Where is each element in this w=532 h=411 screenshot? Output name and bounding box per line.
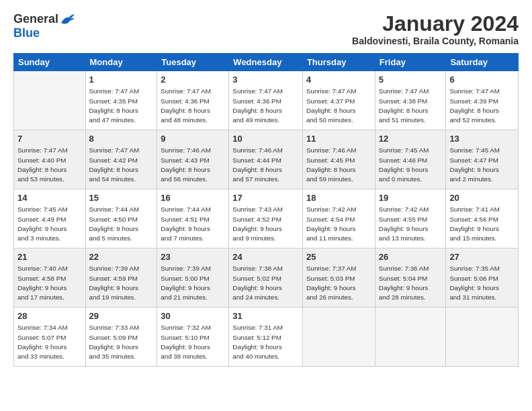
table-row: 30Sunrise: 7:32 AMSunset: 5:10 PMDayligh… xyxy=(157,308,229,367)
month-title: January 2024 xyxy=(352,12,519,36)
day-number: 24 xyxy=(232,251,299,263)
table-row: 13Sunrise: 7:45 AMSunset: 4:47 PMDayligh… xyxy=(446,130,519,189)
table-row: 5Sunrise: 7:47 AMSunset: 4:38 PMDaylight… xyxy=(375,71,446,130)
table-row: 28Sunrise: 7:34 AMSunset: 5:07 PMDayligh… xyxy=(14,308,86,367)
day-info: Sunrise: 7:38 AMSunset: 5:02 PMDaylight:… xyxy=(232,264,299,302)
day-number: 13 xyxy=(449,133,515,145)
table-row: 14Sunrise: 7:45 AMSunset: 4:49 PMDayligh… xyxy=(14,189,86,248)
header-monday: Monday xyxy=(85,54,157,71)
calendar: Sunday Monday Tuesday Wednesday Thursday… xyxy=(13,53,519,367)
header-tuesday: Tuesday xyxy=(157,54,229,71)
weekday-header-row: Sunday Monday Tuesday Wednesday Thursday… xyxy=(14,54,519,71)
day-number: 7 xyxy=(17,133,82,145)
day-number: 9 xyxy=(161,133,225,145)
day-info: Sunrise: 7:45 AMSunset: 4:47 PMDaylight:… xyxy=(449,146,515,184)
day-number: 25 xyxy=(306,251,371,263)
logo-general: General xyxy=(13,12,58,26)
day-number: 2 xyxy=(161,74,225,86)
table-row: 17Sunrise: 7:43 AMSunset: 4:52 PMDayligh… xyxy=(229,189,303,248)
day-number: 19 xyxy=(379,192,443,204)
table-row: 3Sunrise: 7:47 AMSunset: 4:36 PMDaylight… xyxy=(229,71,303,130)
day-info: Sunrise: 7:47 AMSunset: 4:40 PMDaylight:… xyxy=(17,146,82,184)
day-info: Sunrise: 7:32 AMSunset: 5:10 PMDaylight:… xyxy=(161,323,225,361)
day-info: Sunrise: 7:47 AMSunset: 4:42 PMDaylight:… xyxy=(89,146,154,184)
table-row: 22Sunrise: 7:39 AMSunset: 4:59 PMDayligh… xyxy=(85,248,157,308)
day-info: Sunrise: 7:39 AMSunset: 4:59 PMDaylight:… xyxy=(89,264,154,302)
day-number: 23 xyxy=(161,251,225,263)
table-row: 2Sunrise: 7:47 AMSunset: 4:36 PMDaylight… xyxy=(157,71,229,130)
day-info: Sunrise: 7:42 AMSunset: 4:54 PMDaylight:… xyxy=(306,205,371,243)
day-info: Sunrise: 7:47 AMSunset: 4:35 PMDaylight:… xyxy=(89,87,154,125)
table-row: 7Sunrise: 7:47 AMSunset: 4:40 PMDaylight… xyxy=(14,130,86,189)
calendar-week-row: 28Sunrise: 7:34 AMSunset: 5:07 PMDayligh… xyxy=(14,308,519,367)
day-number: 6 xyxy=(449,74,515,86)
calendar-week-row: 1Sunrise: 7:47 AMSunset: 4:35 PMDaylight… xyxy=(14,71,519,130)
day-number: 14 xyxy=(17,192,82,204)
day-info: Sunrise: 7:37 AMSunset: 5:03 PMDaylight:… xyxy=(306,264,371,302)
day-number: 27 xyxy=(449,251,515,263)
table-row: 9Sunrise: 7:46 AMSunset: 4:43 PMDaylight… xyxy=(157,130,229,189)
table-row: 8Sunrise: 7:47 AMSunset: 4:42 PMDaylight… xyxy=(85,130,157,189)
table-row: 15Sunrise: 7:44 AMSunset: 4:50 PMDayligh… xyxy=(85,189,157,248)
day-info: Sunrise: 7:45 AMSunset: 4:46 PMDaylight:… xyxy=(379,146,443,184)
table-row xyxy=(446,308,519,367)
day-info: Sunrise: 7:46 AMSunset: 4:43 PMDaylight:… xyxy=(161,146,225,184)
day-info: Sunrise: 7:44 AMSunset: 4:50 PMDaylight:… xyxy=(89,205,154,243)
day-info: Sunrise: 7:44 AMSunset: 4:51 PMDaylight:… xyxy=(161,205,225,243)
table-row xyxy=(375,308,446,367)
table-row: 10Sunrise: 7:46 AMSunset: 4:44 PMDayligh… xyxy=(229,130,303,189)
day-number: 1 xyxy=(89,74,154,86)
day-info: Sunrise: 7:35 AMSunset: 5:06 PMDaylight:… xyxy=(449,264,515,302)
header-saturday: Saturday xyxy=(446,54,519,71)
table-row: 19Sunrise: 7:42 AMSunset: 4:55 PMDayligh… xyxy=(375,189,446,248)
day-info: Sunrise: 7:31 AMSunset: 5:12 PMDaylight:… xyxy=(232,323,299,361)
day-info: Sunrise: 7:47 AMSunset: 4:36 PMDaylight:… xyxy=(161,87,225,125)
table-row: 26Sunrise: 7:36 AMSunset: 5:04 PMDayligh… xyxy=(375,248,446,308)
day-info: Sunrise: 7:47 AMSunset: 4:38 PMDaylight:… xyxy=(379,87,443,125)
day-info: Sunrise: 7:43 AMSunset: 4:52 PMDaylight:… xyxy=(232,205,299,243)
table-row: 4Sunrise: 7:47 AMSunset: 4:37 PMDaylight… xyxy=(302,71,375,130)
table-row: 23Sunrise: 7:39 AMSunset: 5:00 PMDayligh… xyxy=(157,248,229,308)
table-row: 24Sunrise: 7:38 AMSunset: 5:02 PMDayligh… xyxy=(229,248,303,308)
table-row: 11Sunrise: 7:46 AMSunset: 4:45 PMDayligh… xyxy=(302,130,375,189)
calendar-week-row: 14Sunrise: 7:45 AMSunset: 4:49 PMDayligh… xyxy=(14,189,519,248)
table-row: 29Sunrise: 7:33 AMSunset: 5:09 PMDayligh… xyxy=(85,308,157,367)
day-number: 30 xyxy=(161,310,225,322)
table-row: 21Sunrise: 7:40 AMSunset: 4:58 PMDayligh… xyxy=(14,248,86,308)
logo-bird-icon xyxy=(60,13,75,26)
day-info: Sunrise: 7:40 AMSunset: 4:58 PMDaylight:… xyxy=(17,264,82,302)
day-number: 17 xyxy=(232,192,299,204)
subtitle: Baldovinesti, Braila County, Romania xyxy=(352,36,519,46)
day-number: 5 xyxy=(379,74,443,86)
day-info: Sunrise: 7:47 AMSunset: 4:36 PMDaylight:… xyxy=(232,87,299,125)
table-row: 20Sunrise: 7:41 AMSunset: 4:56 PMDayligh… xyxy=(446,189,519,248)
day-number: 20 xyxy=(449,192,515,204)
day-number: 3 xyxy=(232,74,299,86)
title-block: January 2024 Baldovinesti, Braila County… xyxy=(352,12,519,46)
day-info: Sunrise: 7:47 AMSunset: 4:37 PMDaylight:… xyxy=(306,87,371,125)
table-row: 12Sunrise: 7:45 AMSunset: 4:46 PMDayligh… xyxy=(375,130,446,189)
logo: General Blue xyxy=(13,12,75,40)
table-row: 1Sunrise: 7:47 AMSunset: 4:35 PMDaylight… xyxy=(85,71,157,130)
day-number: 10 xyxy=(232,133,299,145)
header-wednesday: Wednesday xyxy=(229,54,303,71)
day-number: 26 xyxy=(379,251,443,263)
table-row: 6Sunrise: 7:47 AMSunset: 4:39 PMDaylight… xyxy=(446,71,519,130)
table-row xyxy=(302,308,375,367)
day-number: 12 xyxy=(379,133,443,145)
day-number: 28 xyxy=(17,310,82,322)
calendar-week-row: 7Sunrise: 7:47 AMSunset: 4:40 PMDaylight… xyxy=(14,130,519,189)
day-number: 21 xyxy=(17,251,82,263)
day-info: Sunrise: 7:42 AMSunset: 4:55 PMDaylight:… xyxy=(379,205,443,243)
day-info: Sunrise: 7:41 AMSunset: 4:56 PMDaylight:… xyxy=(449,205,515,243)
day-number: 15 xyxy=(89,192,154,204)
header-thursday: Thursday xyxy=(302,54,375,71)
day-info: Sunrise: 7:45 AMSunset: 4:49 PMDaylight:… xyxy=(17,205,82,243)
day-info: Sunrise: 7:47 AMSunset: 4:39 PMDaylight:… xyxy=(449,87,515,125)
day-number: 29 xyxy=(89,310,154,322)
table-row xyxy=(14,71,86,130)
day-number: 18 xyxy=(306,192,371,204)
day-number: 11 xyxy=(306,133,371,145)
day-info: Sunrise: 7:39 AMSunset: 5:00 PMDaylight:… xyxy=(161,264,225,302)
day-info: Sunrise: 7:36 AMSunset: 5:04 PMDaylight:… xyxy=(379,264,443,302)
